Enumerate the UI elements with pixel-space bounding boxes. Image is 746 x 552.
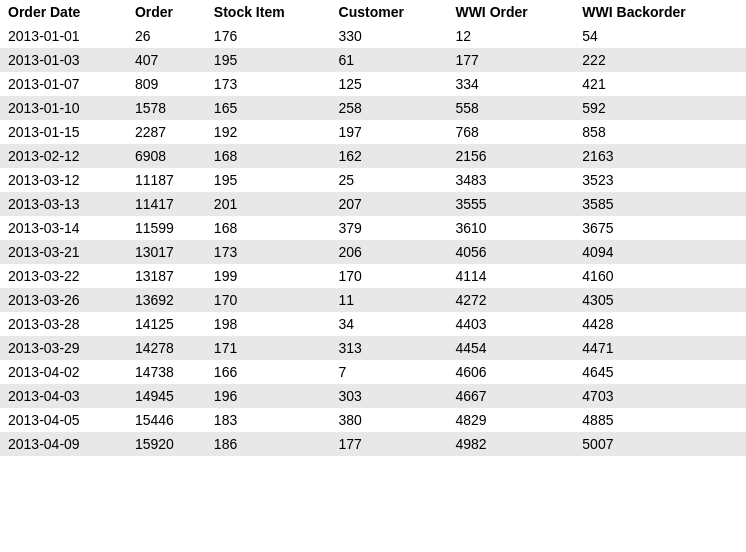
table-cell: 2013-03-21 [0, 240, 127, 264]
table-cell: 2013-01-15 [0, 120, 127, 144]
table-cell: 207 [331, 192, 448, 216]
table-cell: 4428 [574, 312, 746, 336]
table-cell: 5007 [574, 432, 746, 456]
table-cell: 858 [574, 120, 746, 144]
table-cell: 4305 [574, 288, 746, 312]
table-cell: 176 [206, 24, 331, 48]
table-cell: 1578 [127, 96, 206, 120]
table-cell: 334 [447, 72, 574, 96]
table-cell: 198 [206, 312, 331, 336]
table-cell: 2013-03-14 [0, 216, 127, 240]
table-cell: 4454 [447, 336, 574, 360]
table-cell: 11599 [127, 216, 206, 240]
table-row: 2013-01-152287192197768858 [0, 120, 746, 144]
table-cell: 14945 [127, 384, 206, 408]
table-cell: 170 [331, 264, 448, 288]
table-cell: 592 [574, 96, 746, 120]
table-cell: 4982 [447, 432, 574, 456]
table-cell: 173 [206, 72, 331, 96]
table-cell: 2013-03-12 [0, 168, 127, 192]
table-cell: 2013-01-07 [0, 72, 127, 96]
table-cell: 4114 [447, 264, 574, 288]
table-cell: 2013-04-05 [0, 408, 127, 432]
table-cell: 173 [206, 240, 331, 264]
table-cell: 168 [206, 216, 331, 240]
table-cell: 11417 [127, 192, 206, 216]
table-cell: 2013-04-09 [0, 432, 127, 456]
table-cell: 61 [331, 48, 448, 72]
table-cell: 13187 [127, 264, 206, 288]
table-cell: 4471 [574, 336, 746, 360]
table-cell: 330 [331, 24, 448, 48]
table-cell: 2156 [447, 144, 574, 168]
table-cell: 3555 [447, 192, 574, 216]
table-row: 2013-03-291427817131344544471 [0, 336, 746, 360]
table-cell: 206 [331, 240, 448, 264]
table-cell: 2013-03-13 [0, 192, 127, 216]
table-row: 2013-03-12111871952534833523 [0, 168, 746, 192]
table-cell: 171 [206, 336, 331, 360]
table-row: 2013-03-26136921701142724305 [0, 288, 746, 312]
table-cell: 162 [331, 144, 448, 168]
table-cell: 195 [206, 48, 331, 72]
table-cell: 2013-04-02 [0, 360, 127, 384]
table-row: 2013-03-141159916837936103675 [0, 216, 746, 240]
table-cell: 3675 [574, 216, 746, 240]
table-cell: 222 [574, 48, 746, 72]
table-cell: 3585 [574, 192, 746, 216]
table-row: 2013-03-28141251983444034428 [0, 312, 746, 336]
table-cell: 4885 [574, 408, 746, 432]
table-cell: 196 [206, 384, 331, 408]
table-cell: 186 [206, 432, 331, 456]
table-row: 2013-03-221318719917041144160 [0, 264, 746, 288]
table-cell: 379 [331, 216, 448, 240]
table-cell: 177 [447, 48, 574, 72]
table-cell: 4667 [447, 384, 574, 408]
table-cell: 170 [206, 288, 331, 312]
table-cell: 12 [447, 24, 574, 48]
column-header: Customer [331, 0, 448, 24]
table-cell: 2013-01-01 [0, 24, 127, 48]
column-header: WWI Backorder [574, 0, 746, 24]
table-cell: 2013-02-12 [0, 144, 127, 168]
data-table: Order DateOrderStock ItemCustomerWWI Ord… [0, 0, 746, 456]
table-cell: 11187 [127, 168, 206, 192]
table-cell: 421 [574, 72, 746, 96]
table-row: 2013-03-211301717320640564094 [0, 240, 746, 264]
table-cell: 380 [331, 408, 448, 432]
table-row: 2013-01-07809173125334421 [0, 72, 746, 96]
table-cell: 168 [206, 144, 331, 168]
table-cell: 809 [127, 72, 206, 96]
table-cell: 11 [331, 288, 448, 312]
table-cell: 4829 [447, 408, 574, 432]
table-row: 2013-04-051544618338048294885 [0, 408, 746, 432]
table-row: 2013-02-12690816816221562163 [0, 144, 746, 168]
table-row: 2013-01-0340719561177222 [0, 48, 746, 72]
table-cell: 3483 [447, 168, 574, 192]
table-row: 2013-04-091592018617749825007 [0, 432, 746, 456]
column-header: WWI Order [447, 0, 574, 24]
table-cell: 4094 [574, 240, 746, 264]
table-cell: 303 [331, 384, 448, 408]
table-cell: 166 [206, 360, 331, 384]
table-cell: 2013-04-03 [0, 384, 127, 408]
table-cell: 4403 [447, 312, 574, 336]
table-cell: 197 [331, 120, 448, 144]
table-cell: 26 [127, 24, 206, 48]
table-cell: 4645 [574, 360, 746, 384]
table-cell: 195 [206, 168, 331, 192]
table-cell: 4056 [447, 240, 574, 264]
table-cell: 54 [574, 24, 746, 48]
table-cell: 407 [127, 48, 206, 72]
table-cell: 177 [331, 432, 448, 456]
table-cell: 2013-03-26 [0, 288, 127, 312]
table-cell: 558 [447, 96, 574, 120]
table-cell: 313 [331, 336, 448, 360]
table-cell: 25 [331, 168, 448, 192]
table-cell: 6908 [127, 144, 206, 168]
column-header: Order [127, 0, 206, 24]
table-cell: 768 [447, 120, 574, 144]
table-cell: 165 [206, 96, 331, 120]
table-cell: 2013-03-22 [0, 264, 127, 288]
table-cell: 4160 [574, 264, 746, 288]
